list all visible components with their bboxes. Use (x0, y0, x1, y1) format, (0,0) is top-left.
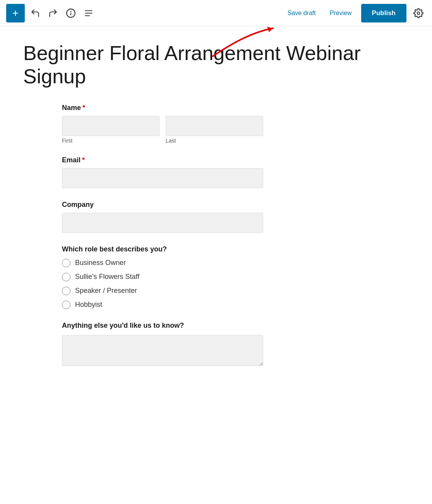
radio-label-sullies-staff: Sullie's Flowers Staff (75, 273, 139, 281)
last-name-input[interactable] (166, 116, 263, 136)
radio-option-business-owner[interactable]: Business Owner (62, 259, 263, 267)
hamburger-icon (84, 8, 94, 18)
save-draft-button[interactable]: Save draft (283, 7, 321, 20)
radio-sullies-staff[interactable] (62, 273, 70, 281)
radio-option-sullies-staff[interactable]: Sullie's Flowers Staff (62, 273, 263, 281)
radio-option-speaker[interactable]: Speaker / Presenter (62, 287, 263, 295)
role-question: Which role best describes you? (62, 245, 263, 253)
role-radio-group: Business Owner Sullie's Flowers Staff Sp… (62, 259, 263, 309)
name-group: Name* First Last (62, 104, 263, 144)
info-icon (66, 8, 76, 18)
add-button[interactable]: + (6, 4, 25, 22)
email-label: Email* (62, 156, 263, 164)
extra-group: Anything else you'd like us to know? (62, 322, 263, 368)
page-title: Beginner Floral Arrangement Webinar Sign… (23, 42, 409, 88)
publish-button[interactable]: Publish (361, 4, 406, 22)
first-name-field: First (62, 116, 159, 144)
name-row: First Last (62, 116, 263, 144)
form-container: Name* First Last Email* Company (62, 104, 263, 368)
radio-business-owner[interactable] (62, 259, 70, 267)
email-required-star: * (82, 156, 85, 164)
settings-button[interactable] (411, 6, 426, 21)
radio-label-hobbyist: Hobbyist (75, 301, 102, 309)
radio-speaker[interactable] (62, 287, 70, 295)
name-label: Name* (62, 104, 263, 112)
toolbar-left: + (6, 4, 280, 22)
first-sublabel: First (62, 138, 159, 144)
company-label: Company (62, 201, 263, 209)
undo-button[interactable] (28, 6, 43, 21)
name-required-star: * (82, 104, 85, 112)
svg-point-7 (417, 12, 420, 14)
radio-label-business-owner: Business Owner (75, 259, 126, 267)
company-input[interactable] (62, 213, 263, 233)
radio-option-hobbyist[interactable]: Hobbyist (62, 301, 263, 309)
last-name-field: Last (166, 116, 263, 144)
info-button[interactable] (63, 6, 78, 21)
menu-button[interactable] (81, 6, 96, 21)
preview-button[interactable]: Preview (325, 7, 357, 20)
toolbar-right: Save draft Preview Publish (283, 4, 426, 22)
role-group: Which role best describes you? Business … (62, 245, 263, 309)
radio-hobbyist[interactable] (62, 301, 70, 309)
undo-icon (30, 8, 40, 18)
redo-button[interactable] (46, 6, 60, 21)
last-sublabel: Last (166, 138, 263, 144)
email-input[interactable] (62, 168, 263, 188)
main-content: Beginner Floral Arrangement Webinar Sign… (0, 26, 432, 403)
redo-icon (48, 8, 58, 18)
extra-textarea[interactable] (62, 335, 263, 366)
email-group: Email* (62, 156, 263, 188)
radio-label-speaker: Speaker / Presenter (75, 287, 137, 295)
extra-question: Anything else you'd like us to know? (62, 322, 263, 330)
first-name-input[interactable] (62, 116, 159, 136)
company-group: Company (62, 201, 263, 233)
toolbar: + (0, 0, 432, 26)
gear-icon (413, 8, 423, 18)
